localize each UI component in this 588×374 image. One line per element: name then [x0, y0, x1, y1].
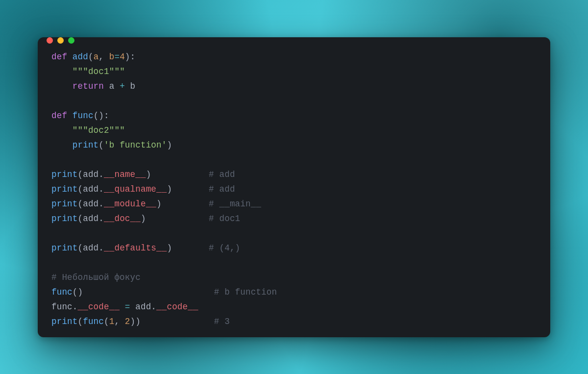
call-func: func [83, 317, 104, 326]
call-print: print [51, 199, 78, 209]
func-name-func: func [73, 111, 94, 121]
dunder-code: __code__ [156, 302, 198, 312]
comment: # (4,) [209, 243, 240, 253]
comment: # 3 [214, 317, 230, 326]
dunder-name: __name__ [104, 170, 146, 179]
titlebar [38, 37, 550, 44]
string-b-function: 'b function' [104, 140, 167, 150]
close-icon[interactable] [47, 37, 53, 44]
keyword-def: def [51, 111, 67, 121]
call-print: print [73, 140, 99, 150]
call-print: print [51, 243, 78, 253]
dunder-code: __code__ [78, 302, 120, 312]
comment-trick: # Небольшой фокус [51, 273, 141, 282]
comment: # b function [214, 287, 277, 297]
call-func: func [51, 287, 73, 297]
comment: # add [209, 184, 235, 194]
docstring-doc1: """doc1""" [73, 67, 125, 76]
param-b: b [109, 52, 115, 62]
call-print: print [51, 184, 78, 194]
param-a: a [94, 52, 99, 62]
dunder-qualname: __qualname__ [104, 184, 167, 194]
zoom-icon[interactable] [68, 37, 74, 44]
arg-1: 1 [109, 317, 115, 326]
call-print: print [51, 317, 78, 326]
comment: # doc1 [209, 214, 240, 224]
call-print: print [51, 214, 78, 224]
keyword-return: return [73, 81, 104, 91]
comment: # __main__ [209, 199, 261, 209]
code-editor[interactable]: def add(a, b=4): """doc1""" return a + b… [38, 44, 550, 337]
call-print: print [51, 170, 78, 179]
dunder-doc: __doc__ [104, 214, 141, 224]
keyword-def: def [51, 52, 67, 62]
dunder-defaults: __defaults__ [104, 243, 167, 253]
arg-2: 2 [125, 317, 130, 326]
comment: # add [209, 170, 235, 179]
minimize-icon[interactable] [57, 37, 64, 44]
dunder-module: __module__ [104, 199, 156, 209]
docstring-doc2: """doc2""" [73, 125, 125, 135]
code-window: def add(a, b=4): """doc1""" return a + b… [38, 37, 550, 337]
func-name-add: add [73, 52, 88, 62]
default-4: 4 [120, 52, 125, 62]
